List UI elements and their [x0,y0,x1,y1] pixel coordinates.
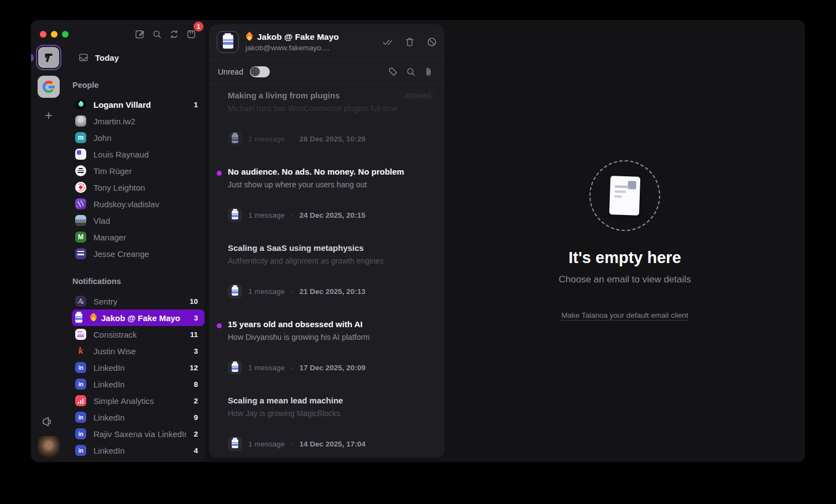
person-name: Logann Villard [93,100,186,109]
mark-all-read-button[interactable] [382,36,393,48]
sidebar-item-person[interactable]: M Manager [72,229,205,245]
sidebar-item-person[interactable]: Vlad [72,212,205,229]
separator: · [291,287,294,296]
message-count: 1 message [248,135,285,143]
separator: · [291,135,294,143]
sender-email: jakob@www.fakemayo.... [245,44,382,52]
search-thread-button[interactable] [405,66,416,77]
block-button[interactable] [426,36,437,48]
sidebar-item-notification[interactable]: Sentry 10 [72,293,205,309]
separator: · [291,364,294,372]
today-label: Today [95,53,119,62]
person-name: Tony Leighton [93,183,198,192]
sender-avatar[interactable] [217,31,239,53]
person-name: Manager [93,233,198,242]
search-button[interactable] [151,29,163,40]
person-avatar [75,165,86,176]
sidebar-item-person[interactable]: Jmartin.iw2 [72,113,205,129]
account-google-button[interactable] [38,76,60,98]
person-avatar [75,215,86,226]
app-window: + 1 Today People Logann Villard 1 Jmarti… [31,20,805,462]
thread-panel: Jakob @ Fake Mayo jakob@www.fakemayo....… [209,24,445,458]
compose-button[interactable] [134,29,145,40]
unread-count: 3 [194,347,198,355]
email-list-item[interactable]: 15 years old and obsessed with AI How Di… [209,313,445,389]
unread-count: 2 [194,430,198,438]
empty-state-circle [589,160,660,231]
sidebar-item-person[interactable]: Louis Raynaud [72,146,205,162]
person-avatar: M [75,232,86,243]
sidebar-item-notification[interactable]: in LinkedIn 9 [72,409,205,426]
mayo-jar-chip [228,360,242,375]
thread-header: Jakob @ Fake Mayo jakob@www.fakemayo.... [209,24,445,60]
sidebar-item-person[interactable]: Logann Villard 1 [72,96,205,113]
sidebar-item-person[interactable]: Tim Rüger [72,162,205,179]
sidebar-item-person[interactable]: m John [72,129,205,146]
sidebar-item-notification[interactable]: in LinkedIn 8 [72,376,205,392]
default-email-client-link[interactable]: Make Talanoa your default email client [561,311,688,321]
unread-count: 9 [194,413,198,422]
email-footer: 1 message · 17 Dec 2025, 20:09 [228,360,436,375]
tag-filter-button[interactable] [388,66,399,77]
email-list-item[interactable]: Scaling a mean lead machine How Jay is g… [209,389,445,458]
sidebar-item-notification[interactable]: in LinkedIn 12 [72,359,205,376]
email-date: 17 Dec 2025, 20:09 [300,364,365,372]
unread-toggle[interactable] [250,66,270,77]
megaphone-icon [41,415,54,428]
notifications-list: Sentry 10 Jakob @ Fake Mayo 3 Consistrac… [72,293,205,459]
notification-name: Jakob @ Fake Mayo [90,313,186,323]
sender-name: Jakob @ Fake Mayo [257,32,339,42]
email-title: Scaling a SaaS using metaphysics [228,242,364,254]
email-footer: 1 message · 21 Dec 2025, 20:13 [228,284,436,298]
unread-count: 10 [190,297,198,306]
user-avatar[interactable] [38,436,60,458]
sidebar-item-notification[interactable]: Consistrack 11 [72,326,205,343]
delete-button[interactable] [404,36,415,48]
email-footer: 1 message · 28 Dec 2025, 10:29 [228,132,436,146]
simple-analytics-icon [75,395,86,406]
email-list-item[interactable]: Making a living from plugins archived Mi… [209,84,445,160]
sidebar-item-notification[interactable]: k Justin Wise 3 [72,343,205,359]
separator: · [291,440,294,448]
people-list: Logann Villard 1 Jmartin.iw2 m John Loui… [72,96,205,262]
close-window-button[interactable] [40,31,46,38]
sidebar-item-notification[interactable]: in LinkedIn 4 [72,442,205,459]
unread-count: 8 [194,380,198,389]
talanoa-logo-icon [38,47,59,68]
email-title: No audience. No ads. No money. No proble… [228,166,404,177]
minimize-window-button[interactable] [51,31,58,38]
email-list-item[interactable]: No audience. No ads. No money. No proble… [209,160,445,237]
sidebar-item-notification[interactable]: Simple Analytics 2 [72,392,205,409]
consistrack-icon [75,329,86,340]
person-name: John [93,133,198,143]
sidebar-item-today[interactable]: Today [72,48,200,67]
attachment-filter-button[interactable] [423,66,434,77]
mayo-jar-chip [228,437,242,451]
people-section-header: People [72,81,99,90]
notification-name: LinkedIn [93,413,186,422]
add-account-button[interactable]: + [43,110,55,122]
unread-count: 4 [194,447,198,455]
unread-dot [217,323,222,328]
linkedin-icon: in [75,412,86,423]
sidebar-item-notification[interactable]: in Rajiv Saxena via LinkedIn 2 [72,426,205,442]
mayo-jar-chip [228,284,242,298]
sidebar-item-person[interactable]: Tony Leighton [72,179,205,196]
mayo-jar-chip [228,208,242,222]
sidebar-toolbar [134,29,197,40]
refresh-button[interactable] [169,29,180,40]
window-controls [40,31,69,38]
announcements-button[interactable] [41,415,54,428]
justin-wise-icon: k [75,345,86,356]
unread-count: 3 [194,314,198,322]
message-count: 1 message [248,364,285,372]
sentry-icon [75,296,86,307]
sidebar-item-person[interactable]: Jesse Creange [72,245,205,262]
sidebar-item-person[interactable]: Rudskoy.vladislav [72,196,205,212]
zoom-window-button[interactable] [62,31,69,38]
notification-name: LinkedIn [93,380,186,389]
sidebar-item-notification-selected[interactable]: Jakob @ Fake Mayo 3 [72,309,205,326]
email-date: 21 Dec 2025, 20:13 [300,287,365,296]
email-list-item[interactable]: Scaling a SaaS using metaphysics Authent… [209,237,445,313]
account-talanoa-button[interactable] [36,45,61,70]
